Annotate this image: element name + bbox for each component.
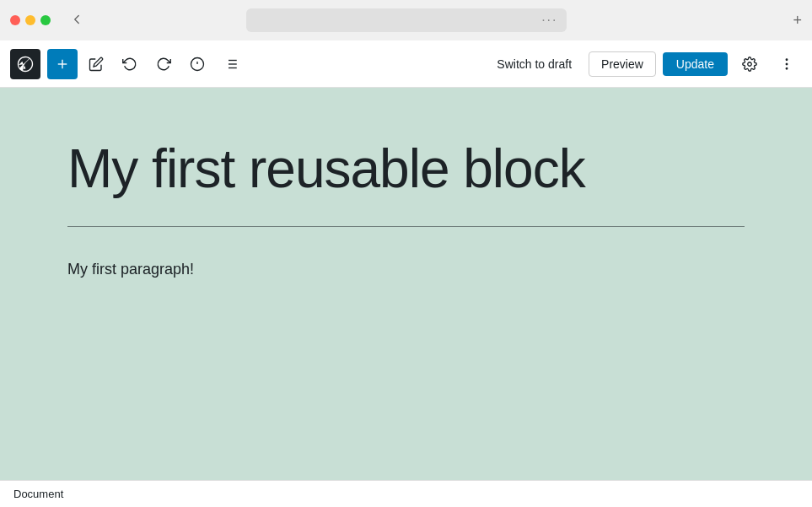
nav-buttons [64,8,89,33]
redo-button[interactable] [148,49,179,79]
list-view-button[interactable] [216,49,246,79]
separator-line [67,226,745,227]
back-button[interactable] [64,8,89,33]
post-title[interactable]: My first reusable block [67,138,745,201]
more-vertical-icon [779,57,794,72]
preview-button[interactable]: Preview [589,51,656,77]
info-icon [190,57,205,72]
list-view-icon [223,57,239,72]
undo-button[interactable] [115,49,145,79]
toolbar-right: Switch to draft Preview Update [487,49,802,79]
wp-logo[interactable] [10,49,40,79]
close-button[interactable] [10,15,20,25]
edit-button[interactable] [81,49,111,79]
wordpress-icon [16,55,35,73]
svg-point-13 [786,63,788,65]
undo-icon [122,57,137,72]
address-dots-icon: ··· [541,13,557,28]
paragraph-block[interactable]: My first paragraph! [67,261,745,278]
info-button[interactable] [182,49,212,79]
status-bar: Document [0,480,812,507]
pencil-icon [89,57,104,72]
traffic-lights [10,15,51,25]
title-bar: ··· + [0,0,812,40]
minimize-button[interactable] [25,15,35,25]
address-bar[interactable]: ··· [246,8,567,32]
document-label: Document [13,488,63,500]
redo-icon [156,57,171,72]
svg-point-14 [786,67,788,69]
switch-to-draft-button[interactable]: Switch to draft [487,52,582,76]
more-options-button[interactable] [772,49,802,79]
maximize-button[interactable] [40,15,51,25]
update-button[interactable]: Update [663,52,728,76]
svg-point-12 [786,59,788,61]
add-block-button[interactable] [47,49,78,79]
add-tab-button[interactable]: + [793,12,802,30]
editor-content: My first reusable block My first paragra… [0,88,812,480]
gear-icon [742,57,757,72]
svg-point-11 [748,62,752,66]
plus-icon [55,57,70,72]
wp-toolbar: Switch to draft Preview Update [0,40,812,88]
settings-button[interactable] [734,49,765,79]
